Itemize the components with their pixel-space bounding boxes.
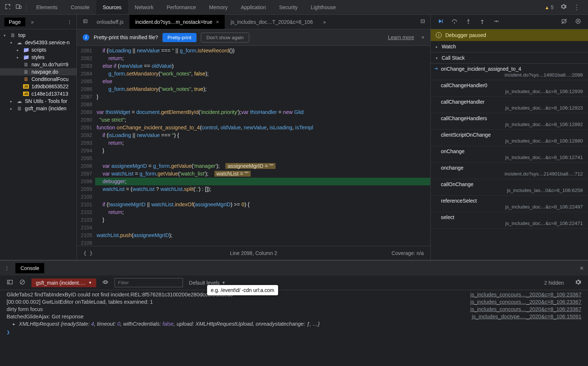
callstack-section[interactable]: ▾Call Stack — [431, 52, 588, 64]
svg-point-8 — [498, 21, 499, 22]
tree-item[interactable]: ▾top — [0, 32, 76, 39]
tree-item[interactable]: ▾dev54393.service-n — [0, 39, 76, 46]
tree-item[interactable]: navpage.do — [0, 68, 76, 75]
panel-tab-performance[interactable]: Performance — [160, 0, 202, 14]
console-log-row[interactable]: dirty form focusjs_includes_concours…_20… — [0, 306, 588, 313]
stack-frame[interactable]: onchangeincident.do?sys…214901ba8…:712 — [431, 163, 588, 179]
tree-item[interactable]: ▸styles — [0, 53, 76, 61]
coverage-label: Coverage: n/a — [392, 250, 424, 256]
panel-tab-network[interactable]: Network — [128, 0, 160, 14]
resume-icon[interactable] — [437, 18, 444, 26]
console-log-row[interactable]: BatchedGlideAjax: Got responsejs_include… — [0, 313, 588, 320]
panel-tab-security[interactable]: Security — [273, 0, 304, 14]
console-drawer: ⋮ Console × gsft_main (incident.… ▼ Defa… — [0, 260, 588, 366]
panel-tab-elements[interactable]: Elements — [30, 0, 64, 14]
svg-point-7 — [482, 23, 483, 24]
console-prompt[interactable]: ❯ — [0, 328, 588, 337]
hidden-count[interactable]: 2 hidden — [544, 280, 564, 286]
svg-rect-4 — [442, 19, 443, 23]
tree-item[interactable]: ▸gsft_main (inciden — [0, 105, 76, 112]
tree-item[interactable]: c148e1d137413 — [0, 90, 76, 97]
console-filter-input[interactable] — [115, 278, 183, 287]
svg-rect-12 — [578, 20, 579, 22]
panel-tab-sources[interactable]: Sources — [96, 0, 128, 14]
run-snippet-icon[interactable] — [420, 18, 426, 25]
svg-point-17 — [104, 281, 106, 283]
tree-item[interactable]: nav_to.do?uri=9 — [0, 61, 76, 68]
svg-point-5 — [454, 22, 455, 23]
console-object-row[interactable]: ▸ XMLHttpRequest {readyState: 4, timeout… — [0, 320, 588, 328]
console-tab[interactable]: Console — [15, 263, 44, 273]
more-tabs-icon[interactable]: » — [323, 19, 326, 25]
console-log-row[interactable]: GlideTabs2 findTabIndexByID could not fi… — [0, 291, 588, 298]
pretty-msg: Pretty-print this minified file? — [94, 34, 158, 40]
navigator-tree[interactable]: ▾top▾dev54393.service-n▸scripts▸stylesna… — [0, 29, 77, 260]
more-nav-icon[interactable]: » — [31, 19, 34, 25]
watch-section[interactable]: ▸Watch — [431, 41, 588, 52]
stack-frame[interactable]: callChangeHandlersjs_includes_doc…&c=8_1… — [431, 113, 588, 130]
console-log-row[interactable]: [00:00:00.002] GwtListEditor onTableLoad… — [0, 298, 588, 306]
more-icon[interactable]: ⋮ — [573, 3, 580, 11]
close-bar-icon[interactable]: × — [422, 34, 424, 40]
svg-rect-11 — [577, 20, 578, 22]
dont-show-button[interactable]: Don't show again — [201, 33, 249, 42]
panel-tab-lighthouse[interactable]: Lighthouse — [304, 0, 342, 14]
console-sidebar-icon[interactable] — [7, 279, 13, 286]
panel-tab-application[interactable]: Application — [234, 0, 273, 14]
source-editor: i Pretty-print this minified file? Prett… — [77, 29, 431, 260]
debugger-paused-banner: i Debugger paused — [431, 29, 588, 41]
file-tab[interactable]: js_includes_doc…T_2020&c=8_106 — [225, 15, 319, 29]
nav-back-icon[interactable] — [83, 18, 89, 25]
stack-frame[interactable]: selectjs_includes_doc…&c=8_106:22471 — [431, 212, 588, 229]
svg-point-10 — [576, 19, 580, 23]
tree-item[interactable]: ▸SN Utils - Tools for — [0, 97, 76, 105]
stack-frame[interactable]: onChange_incident_assigned_to_4incident.… — [431, 64, 588, 80]
format-icon[interactable]: { } — [83, 250, 93, 256]
stack-frame[interactable]: callChangeHandlerjs_includes_doc…&c=8_10… — [431, 97, 588, 113]
pretty-print-bar: i Pretty-print this minified file? Prett… — [77, 29, 430, 46]
pause-exceptions-icon[interactable] — [575, 18, 581, 26]
line-gutter[interactable]: 2081208220832084208520862087208820892090… — [77, 46, 95, 246]
page-tab[interactable]: Page — [4, 18, 25, 26]
close-drawer-icon[interactable]: × — [580, 265, 584, 272]
device-toggle-icon[interactable] — [15, 3, 22, 11]
context-selector[interactable]: gsft_main (incident.… ▼ — [31, 278, 96, 287]
stack-frame[interactable]: callChangeHandler0js_includes_doc…&c=8_1… — [431, 80, 588, 97]
stack-frame[interactable]: referenceSelectjs_includes_doc…&c=8_106:… — [431, 196, 588, 212]
code-content[interactable]: if (isLoading || newValue === '' || g_fo… — [95, 46, 430, 246]
step-icon[interactable] — [493, 18, 499, 26]
panel-tab-memory[interactable]: Memory — [203, 0, 235, 14]
clear-console-icon[interactable] — [19, 279, 26, 286]
stack-frame[interactable]: clientScriptOnChangejs_includes_doc…&c=8… — [431, 130, 588, 146]
svg-point-6 — [468, 23, 469, 24]
page-menu-icon[interactable]: ⋮ — [67, 19, 72, 25]
stack-frame[interactable]: onChangejs_includes_doc…&c=8_106:12741 — [431, 146, 588, 163]
devtools-top-bar: ElementsConsoleSourcesNetworkPerformance… — [0, 0, 588, 15]
step-over-icon[interactable] — [451, 18, 458, 26]
svg-line-16 — [21, 281, 24, 284]
debugger-sidebar: i Debugger paused ▸Watch ▾Call Stack onC… — [431, 29, 588, 260]
tree-item[interactable]: 1d9db08653522 — [0, 83, 76, 90]
step-out-icon[interactable] — [479, 18, 486, 26]
warnings-indicator[interactable]: ▲ 5 — [544, 4, 554, 10]
learn-more-link[interactable]: Learn more — [388, 34, 414, 40]
file-tab[interactable]: incident.do?sys…m_nostack=true× — [130, 15, 225, 29]
pretty-print-button[interactable]: Pretty-print — [162, 33, 196, 42]
editor-status-bar: { } Line 2098, Column 2 Coverage: n/a — [77, 246, 430, 260]
console-settings-icon[interactable] — [575, 279, 581, 286]
drawer-menu-icon[interactable]: ⋮ — [4, 265, 10, 271]
file-tab[interactable]: onloadwff.js — [91, 15, 130, 29]
deactivate-bp-icon[interactable] — [561, 18, 568, 26]
close-tab-icon[interactable]: × — [216, 19, 219, 25]
inspect-icon[interactable] — [4, 3, 11, 11]
panel-tab-console[interactable]: Console — [64, 0, 96, 14]
info-icon: i — [436, 32, 442, 38]
live-expression-icon[interactable] — [102, 279, 109, 286]
tree-item[interactable]: ConditionalFocu — [0, 75, 76, 83]
step-into-icon[interactable] — [465, 18, 472, 26]
tree-item[interactable]: ▸scripts — [0, 46, 76, 53]
stack-frame[interactable]: callOnChangejs_includes_las…0&c=8_106:62… — [431, 179, 588, 196]
filter-tooltip: e.g. /event\d/ -cdn url:a.com — [207, 285, 278, 295]
settings-gear-icon[interactable] — [560, 3, 567, 11]
debugger-controls — [431, 15, 588, 29]
